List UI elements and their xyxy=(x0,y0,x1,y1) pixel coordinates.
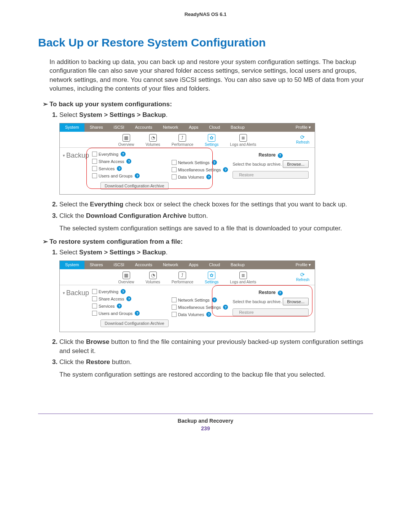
tab-shares[interactable]: Shares xyxy=(84,261,108,269)
help-icon[interactable]: ? xyxy=(212,160,217,165)
restore-button[interactable]: Restore xyxy=(233,308,309,316)
tab-profile[interactable]: Profile ▾ xyxy=(290,261,315,269)
check-network[interactable]: Network Settings? xyxy=(172,160,228,165)
help-icon[interactable]: ? xyxy=(206,174,211,179)
tab-network[interactable]: Network xyxy=(158,123,183,132)
help-icon[interactable]: ? xyxy=(117,304,122,308)
help-icon[interactable]: ? xyxy=(212,297,217,302)
help-icon[interactable]: ? xyxy=(223,167,228,172)
text: Click the xyxy=(59,212,86,219)
tab-backup[interactable]: Backup xyxy=(225,123,250,132)
text: button. xyxy=(110,358,132,366)
restore-button[interactable]: Restore xyxy=(233,171,309,179)
check-misc[interactable]: Miscellaneous Settings? xyxy=(172,167,228,172)
help-icon[interactable]: ? xyxy=(117,166,122,171)
tab-apps[interactable]: Apps xyxy=(183,261,204,269)
help-icon[interactable]: ? xyxy=(135,173,140,178)
tool-refresh[interactable]: ⟳Refresh xyxy=(296,134,309,144)
label: Everything xyxy=(99,152,118,157)
strong: System > Settings > Backup xyxy=(79,249,166,256)
section-label[interactable]: Backup xyxy=(63,152,89,190)
label: Volumes xyxy=(146,142,160,147)
check-services[interactable]: Services? xyxy=(92,304,169,308)
restore-prompt: Select the backup archive. xyxy=(233,162,282,166)
label: Settings xyxy=(205,142,218,147)
nav-bar: System Shares iSCSI Accounts Network App… xyxy=(60,261,315,269)
download-config-button[interactable]: Download Configuration Archive xyxy=(100,182,169,190)
strong: Restore xyxy=(86,358,110,366)
tool-volumes[interactable]: ◔Volumes xyxy=(146,134,160,147)
tab-accounts[interactable]: Accounts xyxy=(130,123,158,132)
tab-iscsi[interactable]: iSCSI xyxy=(108,261,130,269)
overview-icon: ▦ xyxy=(123,272,130,279)
browse-button[interactable]: Browse... xyxy=(283,298,309,305)
tab-iscsi[interactable]: iSCSI xyxy=(108,123,130,132)
tab-backup[interactable]: Backup xyxy=(225,261,250,269)
tool-overview[interactable]: ▦Overview xyxy=(118,134,134,147)
restore-title: Restore ? xyxy=(233,152,309,158)
tab-shares[interactable]: Shares xyxy=(84,123,108,132)
logs-icon: ≣ xyxy=(239,134,247,142)
footer-section: Backup and Recovery xyxy=(38,418,373,424)
tab-system[interactable]: System xyxy=(60,123,84,132)
help-icon[interactable]: ? xyxy=(121,289,126,294)
help-icon[interactable]: ? xyxy=(126,296,131,301)
performance-icon: ⤴ xyxy=(178,272,186,279)
help-icon[interactable]: ? xyxy=(121,152,126,157)
check-everything[interactable]: Everything? xyxy=(92,289,169,294)
help-icon[interactable]: ? xyxy=(206,312,211,317)
tab-profile[interactable]: Profile ▾ xyxy=(290,123,315,132)
tool-settings[interactable]: ✿Settings xyxy=(205,272,218,284)
text: Click the xyxy=(59,358,86,366)
tab-cloud[interactable]: Cloud xyxy=(204,123,225,132)
refresh-icon: ⟳ xyxy=(296,134,309,140)
check-data-volumes[interactable]: Data Volumes? xyxy=(172,312,228,317)
check-data-volumes[interactable]: Data Volumes? xyxy=(172,174,228,179)
tool-volumes[interactable]: ◔Volumes xyxy=(146,272,160,284)
tab-accounts[interactable]: Accounts xyxy=(130,261,158,269)
performance-icon: ⤴ xyxy=(178,134,186,142)
label: Data Volumes xyxy=(178,312,204,317)
help-icon[interactable]: ? xyxy=(278,153,283,158)
tool-refresh[interactable]: ⟳Refresh xyxy=(296,272,309,282)
tab-system[interactable]: System xyxy=(60,261,84,269)
browse-button[interactable]: Browse... xyxy=(283,160,309,168)
tool-performance[interactable]: ⤴Performance xyxy=(172,272,193,284)
help-icon[interactable]: ? xyxy=(223,305,228,310)
label: Services xyxy=(99,166,115,171)
label: Performance xyxy=(172,280,193,284)
check-services[interactable]: Services? xyxy=(92,166,169,171)
footer-rule xyxy=(38,414,373,414)
help-icon[interactable]: ? xyxy=(126,159,131,164)
check-users-groups[interactable]: Users and Groups? xyxy=(92,311,169,316)
check-users-groups[interactable]: Users and Groups? xyxy=(92,173,169,178)
help-icon[interactable]: ? xyxy=(135,311,140,316)
check-share-access[interactable]: Share Access? xyxy=(92,296,169,301)
checkbox-icon xyxy=(92,289,97,294)
check-everything[interactable]: Everything? xyxy=(92,152,169,157)
download-config-button[interactable]: Download Configuration Archive xyxy=(100,320,169,327)
footer-page-number: 239 xyxy=(38,425,373,443)
tab-network[interactable]: Network xyxy=(158,261,183,269)
tool-performance[interactable]: ⤴Performance xyxy=(172,134,193,147)
label: Network Settings xyxy=(178,298,210,302)
strong: Browse xyxy=(86,338,109,345)
nav-bar: System Shares iSCSI Accounts Network App… xyxy=(60,123,315,132)
section-label[interactable]: Backup xyxy=(63,289,89,327)
label: Share Access xyxy=(99,159,124,164)
tool-settings[interactable]: ✿Settings xyxy=(205,134,218,147)
tool-logs[interactable]: ≣Logs and Alerts xyxy=(230,272,256,284)
checkbox-icon xyxy=(172,160,177,165)
text: Select xyxy=(59,111,79,118)
tab-cloud[interactable]: Cloud xyxy=(204,261,225,269)
tool-overview[interactable]: ▦Overview xyxy=(118,272,134,284)
check-network[interactable]: Network Settings? xyxy=(172,297,228,302)
checkbox-icon xyxy=(92,304,97,308)
check-share-access[interactable]: Share Access? xyxy=(92,159,169,164)
tool-logs[interactable]: ≣Logs and Alerts xyxy=(230,134,256,147)
help-icon[interactable]: ? xyxy=(278,291,283,296)
label: Network Settings xyxy=(178,160,210,165)
checkbox-icon xyxy=(92,311,97,316)
tab-apps[interactable]: Apps xyxy=(183,123,204,132)
check-misc[interactable]: Miscellaneous Settings? xyxy=(172,305,228,310)
